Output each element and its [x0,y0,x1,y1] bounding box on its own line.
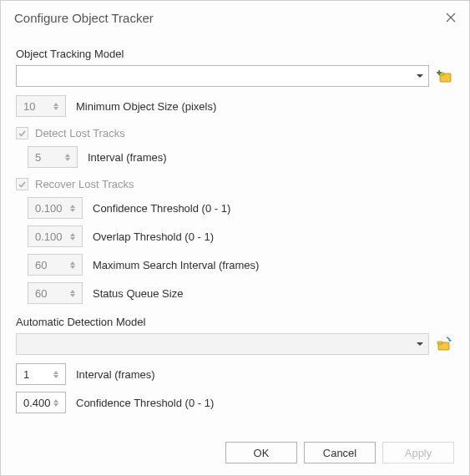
cancel-button[interactable]: Cancel [304,442,376,463]
recover-overlap-value: 0.100 [35,230,63,243]
spinner-arrows-icon [70,205,80,212]
spinner-arrows-icon [70,233,80,241]
recover-max-search-label: Maximum Search Interval (frames) [93,259,259,271]
recover-overlap-spinner[interactable]: 0.100 [28,225,83,247]
recover-lost-checkbox[interactable] [16,178,28,190]
spinner-arrows-icon [53,103,63,110]
ok-button[interactable]: OK [225,442,297,463]
tracking-model-dropdown[interactable] [16,65,429,87]
recover-confidence-label: Confidence Threshold (0 - 1) [93,202,230,215]
tracking-model-row [16,65,454,87]
detection-interval-spinner[interactable]: 1 [16,363,66,385]
recover-queue-size-value: 60 [35,287,47,300]
tracking-model-add-button[interactable] [434,66,454,86]
recover-overlap-row: 0.100 Overlap Threshold (0 - 1) [28,225,454,247]
detection-confidence-spinner[interactable]: 0.400 [16,392,66,413]
configure-object-tracker-dialog: Configure Object Tracker Object Tracking… [0,0,470,476]
apply-button: Apply [382,442,454,463]
detect-interval-row: 5 Interval (frames) [28,146,454,168]
detection-model-dropdown[interactable] [16,333,429,355]
check-icon [18,180,27,189]
dialog-content: Object Tracking Model 10 Minimum Object [1,31,469,413]
svg-marker-8 [448,340,452,342]
recover-confidence-spinner[interactable]: 0.100 [28,197,83,219]
footer: OK Cancel Apply [225,442,454,463]
detection-model-browse-button[interactable] [434,334,454,354]
tracking-model-label: Object Tracking Model [16,48,454,60]
min-object-size-value: 10 [23,100,35,113]
spinner-arrows-icon [70,290,80,297]
detection-interval-row: 1 Interval (frames) [16,363,454,385]
detection-model-label: Automatic Detection Model [16,316,454,328]
detection-confidence-row: 0.400 Confidence Threshold (0 - 1) [16,392,454,413]
detect-interval-value: 5 [35,151,41,164]
svg-rect-7 [437,342,442,344]
recover-max-search-value: 60 [35,259,47,271]
min-object-size-label: Minimum Object Size (pixels) [76,100,216,113]
detect-interval-spinner[interactable]: 5 [28,146,78,168]
folder-open-icon [436,336,452,352]
titlebar: Configure Object Tracker [1,1,469,31]
spinner-arrows-icon [53,399,63,407]
detect-interval-label: Interval (frames) [88,151,167,164]
detection-confidence-value: 0.400 [23,397,51,409]
detection-confidence-label: Confidence Threshold (0 - 1) [76,397,214,409]
detect-lost-tracks-row: Detect Lost Tracks [16,127,454,139]
recover-queue-size-row: 60 Status Queue Size [28,282,454,304]
min-object-size-spinner[interactable]: 10 [16,95,66,117]
detection-interval-label: Interval (frames) [76,368,155,381]
recover-lost-tracks-row: Recover Lost Tracks [16,178,454,190]
detection-model-row [16,333,454,355]
recover-queue-size-label: Status Queue Size [93,287,183,300]
detect-lost-checkbox[interactable] [16,127,28,139]
dropdown-arrow-icon [417,74,423,78]
dialog-title: Configure Object Tracker [14,11,154,25]
recover-queue-size-spinner[interactable]: 60 [28,282,83,304]
detection-interval-value: 1 [23,368,29,381]
spinner-arrows-icon [70,261,80,269]
detect-lost-label: Detect Lost Tracks [35,127,125,139]
close-button[interactable] [441,8,461,28]
recover-max-search-row: 60 Maximum Search Interval (frames) [28,254,454,276]
spinner-arrows-icon [53,371,63,378]
recover-confidence-value: 0.100 [35,202,63,215]
recover-overlap-label: Overlap Threshold (0 - 1) [93,230,214,243]
recover-confidence-row: 0.100 Confidence Threshold (0 - 1) [28,197,454,219]
spinner-arrows-icon [65,154,75,161]
recover-lost-label: Recover Lost Tracks [35,178,134,190]
recover-max-search-spinner[interactable]: 60 [28,254,83,276]
min-object-size-row: 10 Minimum Object Size (pixels) [16,95,454,117]
check-icon [18,129,27,138]
dropdown-arrow-icon [417,342,423,346]
add-model-icon [436,68,452,84]
close-icon [446,13,456,23]
